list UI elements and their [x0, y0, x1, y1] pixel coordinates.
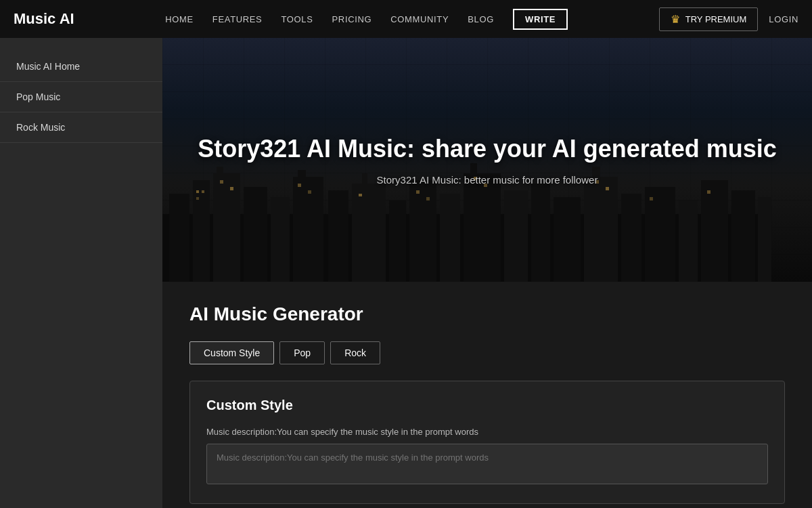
- svg-rect-42: [650, 197, 653, 200]
- try-premium-label: TRY PREMIUM: [685, 14, 747, 24]
- svg-rect-43: [707, 190, 710, 194]
- svg-rect-20: [584, 177, 618, 282]
- svg-rect-28: [196, 190, 199, 193]
- svg-rect-12: [389, 200, 406, 282]
- svg-rect-41: [606, 187, 609, 190]
- write-button[interactable]: WRITE: [513, 9, 568, 30]
- svg-rect-37: [426, 197, 430, 200]
- svg-rect-23: [645, 187, 675, 282]
- svg-rect-15: [464, 173, 501, 282]
- style-tabs: Custom Style Pop Rock: [189, 341, 785, 364]
- svg-rect-14: [440, 194, 460, 282]
- svg-rect-6: [271, 197, 290, 282]
- svg-rect-30: [196, 197, 199, 200]
- tab-custom-style[interactable]: Custom Style: [189, 341, 274, 364]
- section-title: AI Music Generator: [189, 303, 785, 325]
- hero-text-container: Story321 AI Music: share your AI generat…: [171, 135, 804, 186]
- svg-rect-9: [328, 190, 348, 282]
- sidebar-item-pop[interactable]: Pop Music: [0, 82, 162, 112]
- logo: Music AI: [14, 10, 74, 28]
- svg-rect-19: [554, 197, 581, 282]
- svg-rect-18: [531, 184, 550, 282]
- hero-subtitle: Story321 AI Music: better music for more…: [198, 174, 777, 186]
- nav: HOME FEATURES TOOLS PRICING COMMUNITY BL…: [165, 9, 568, 30]
- login-button[interactable]: LOGIN: [769, 14, 798, 24]
- svg-rect-36: [416, 190, 420, 194]
- nav-tools[interactable]: TOOLS: [281, 14, 313, 24]
- sidebar-item-rock[interactable]: Rock Music: [0, 112, 162, 143]
- svg-rect-1: [169, 194, 189, 282]
- svg-rect-3: [213, 173, 240, 282]
- nav-blog[interactable]: BLOG: [468, 14, 494, 24]
- svg-rect-2: [193, 180, 210, 282]
- custom-style-heading: Custom Style: [206, 398, 768, 413]
- sidebar-item-home[interactable]: Music AI Home: [0, 51, 162, 82]
- svg-rect-27: [758, 197, 771, 282]
- nav-features[interactable]: FEATURES: [212, 14, 263, 24]
- custom-style-box: Custom Style Music description:You can s…: [189, 381, 785, 504]
- sidebar: Music AI Home Pop Music Rock Music: [0, 38, 162, 508]
- svg-rect-24: [679, 200, 698, 282]
- svg-rect-34: [308, 190, 311, 194]
- svg-rect-25: [701, 180, 728, 282]
- form-label: Music description:You can specify the mu…: [206, 427, 768, 437]
- svg-rect-5: [244, 187, 267, 282]
- svg-rect-29: [202, 190, 204, 193]
- svg-rect-17: [504, 190, 528, 282]
- nav-home[interactable]: HOME: [165, 14, 194, 24]
- tab-rock[interactable]: Rock: [330, 341, 380, 364]
- svg-rect-35: [359, 194, 362, 196]
- svg-rect-32: [230, 187, 233, 190]
- try-premium-button[interactable]: ♛ TRY PREMIUM: [659, 7, 759, 31]
- hero-banner: Story321 AI Music: share your AI generat…: [162, 38, 812, 282]
- crown-icon: ♛: [671, 13, 680, 26]
- svg-rect-26: [731, 190, 755, 282]
- svg-rect-22: [621, 194, 641, 282]
- nav-pricing[interactable]: PRICING: [332, 14, 372, 24]
- page-wrapper: Music AI Home Pop Music Rock Music: [0, 38, 812, 508]
- nav-community[interactable]: COMMUNITY: [390, 14, 449, 24]
- svg-rect-13: [409, 180, 436, 282]
- header-right: ♛ TRY PREMIUM LOGIN: [659, 7, 798, 31]
- header: Music AI HOME FEATURES TOOLS PRICING COM…: [0, 0, 812, 38]
- svg-rect-10: [352, 184, 386, 282]
- tab-pop[interactable]: Pop: [279, 341, 325, 364]
- hero-title: Story321 AI Music: share your AI generat…: [198, 135, 777, 163]
- main-content: Story321 AI Music: share your AI generat…: [162, 38, 812, 508]
- music-description-input[interactable]: [206, 444, 768, 484]
- generator-section: AI Music Generator Custom Style Pop Rock…: [162, 282, 812, 508]
